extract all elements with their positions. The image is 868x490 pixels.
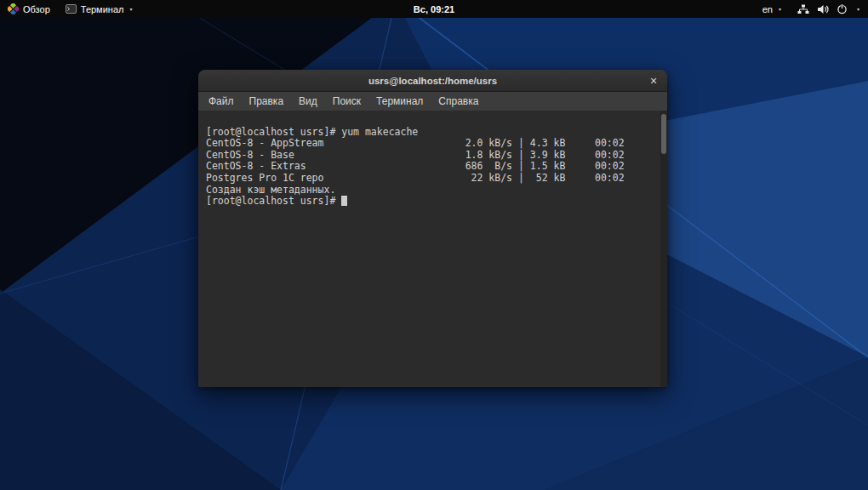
distro-logo-icon — [8, 3, 19, 14]
terminal-window: usrs@localhost:/home/usrs × Файл Правка … — [198, 70, 667, 387]
activities-button[interactable]: Обзор — [0, 0, 58, 18]
menu-file[interactable]: Файл — [201, 92, 242, 111]
terminal-menubar: Файл Правка Вид Поиск Терминал Справка — [198, 92, 667, 111]
terminal-line: Postgres Pro 1C repo 22 kB/s | 52 kB 00:… — [206, 173, 655, 185]
terminal-scrollbar[interactable] — [660, 111, 667, 387]
top-bar-right: en ▾ ▾ — [755, 0, 868, 18]
app-menu-label: Терминал — [81, 4, 124, 14]
window-title: usrs@localhost:/home/usrs — [368, 76, 497, 86]
top-bar: Обзор Терминал ▾ Вс, 09:21 en ▾ — [0, 0, 868, 18]
terminal-line: [root@localhost usrs]# yum makecache — [206, 127, 655, 139]
chevron-down-icon: ▾ — [129, 6, 132, 12]
terminal-line: CentOS-8 - AppStream 2.0 kB/s | 4.3 kB 0… — [206, 138, 655, 150]
network-icon — [797, 4, 809, 14]
top-bar-left: Обзор Терминал ▾ — [0, 0, 140, 18]
app-menu-button[interactable]: Терминал ▾ — [58, 0, 140, 18]
terminal-line — [206, 115, 655, 127]
keyboard-layout-label: en — [762, 4, 773, 14]
close-button[interactable]: × — [646, 70, 661, 91]
volume-icon — [817, 4, 829, 14]
chevron-down-icon: ▾ — [857, 6, 859, 12]
clock-label: Вс, 09:21 — [414, 4, 454, 14]
activities-label: Обзор — [23, 4, 50, 14]
menu-terminal[interactable]: Терминал — [368, 92, 431, 111]
menu-edit[interactable]: Правка — [242, 92, 292, 111]
terminal-screen[interactable]: [root@localhost usrs]# yum makecache Cen… — [198, 111, 667, 387]
power-icon — [837, 3, 848, 14]
scrollbar-thumb[interactable] — [661, 114, 666, 154]
menu-help[interactable]: Справка — [431, 92, 486, 111]
terminal-prompt-row: [root@localhost usrs]# — [206, 196, 655, 208]
clock-button[interactable]: Вс, 09:21 — [407, 0, 461, 18]
terminal-cursor — [341, 196, 347, 206]
menu-view[interactable]: Вид — [291, 92, 325, 111]
terminal-line: CentOS-8 - Extras 686 B/s | 1.5 kB 00:02 — [206, 161, 655, 173]
chevron-down-icon: ▾ — [779, 6, 781, 12]
keyboard-layout-button[interactable]: en ▾ — [755, 0, 789, 18]
terminal-line: Создан кэш метаданных. — [206, 185, 655, 197]
window-titlebar[interactable]: usrs@localhost:/home/usrs × — [198, 70, 667, 92]
terminal-prompt: [root@localhost usrs]# — [206, 195, 341, 207]
terminal-line: CentOS-8 - Base 1.8 kB/s | 3.9 kB 00:02 — [206, 150, 655, 162]
system-menu-button[interactable]: ▾ — [789, 0, 868, 18]
terminal-app-icon — [66, 4, 77, 14]
menu-search[interactable]: Поиск — [325, 92, 368, 111]
